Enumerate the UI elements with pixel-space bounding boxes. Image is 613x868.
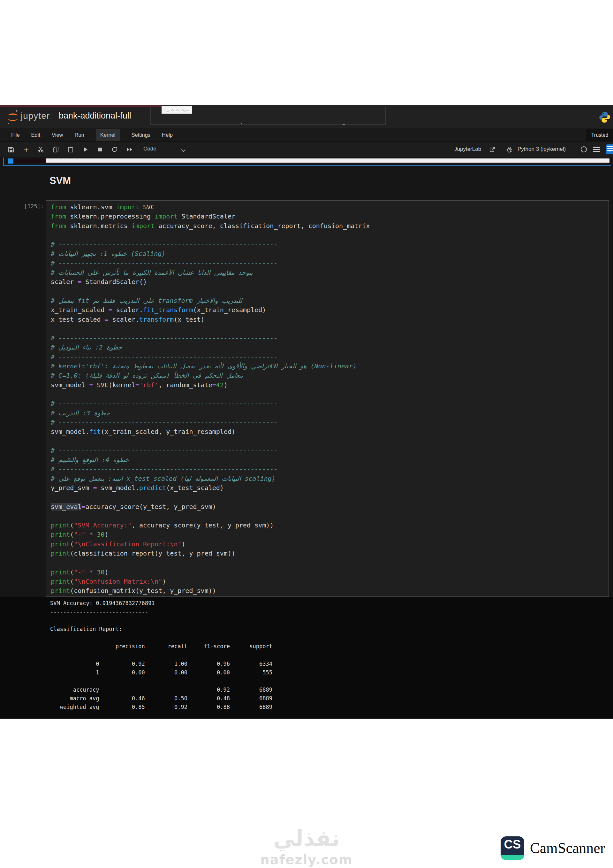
restart-run-all-icon[interactable] bbox=[126, 146, 133, 153]
execution-count-prompt: [125]: bbox=[14, 203, 44, 209]
trusted-badge[interactable]: Trusted bbox=[586, 129, 613, 141]
copy-cell-icon[interactable] bbox=[53, 146, 59, 153]
code-lines[interactable]: from sklearn.svm import SVCfrom sklearn.… bbox=[46, 201, 608, 595]
jupyterlab-link[interactable]: JupyterLab bbox=[454, 146, 481, 152]
scan-artifact-tooltip bbox=[161, 106, 192, 114]
camscanner-initials: CS bbox=[501, 838, 524, 851]
menu-hamburger-icon[interactable] bbox=[593, 147, 600, 153]
jupyter-window: jupyter bank-additional-full FileEditVie… bbox=[0, 105, 613, 719]
cell-output-area: SVM Accuracy: 0.9194367832776891 -------… bbox=[0, 597, 613, 719]
add-cell-icon[interactable]: + bbox=[23, 146, 30, 153]
jupyter-brand-text: jupyter bbox=[21, 111, 50, 121]
selected-cell-left-border bbox=[3, 158, 4, 166]
window-top-accent-line bbox=[0, 105, 161, 107]
run-cell-icon[interactable] bbox=[82, 146, 89, 153]
menu-item-help[interactable]: Help bbox=[162, 132, 173, 138]
cell-collapser[interactable] bbox=[8, 158, 13, 164]
kernel-name-label[interactable]: Python 3 (ipykernel) bbox=[517, 146, 566, 152]
menu-item-view[interactable]: View bbox=[52, 132, 63, 138]
debugger-bug-icon[interactable] bbox=[506, 146, 513, 153]
cut-cell-icon[interactable] bbox=[37, 146, 44, 153]
camscanner-logo-icon: CS bbox=[501, 836, 524, 860]
scan-speck bbox=[342, 124, 345, 125]
kernel-status-icon[interactable] bbox=[581, 146, 587, 152]
partial-cell-bottom bbox=[46, 158, 610, 163]
chevron-down-icon[interactable] bbox=[180, 147, 187, 154]
cell-type-dropdown[interactable]: Code bbox=[143, 146, 156, 152]
notebook-toolbar: + Code JupyterLab bbox=[0, 142, 613, 157]
menu-item-run[interactable]: Run bbox=[75, 132, 84, 138]
selected-cell-bottom-border bbox=[3, 165, 611, 166]
notebook-filename[interactable]: bank-additional-full bbox=[59, 111, 131, 121]
title-bar: jupyter bank-additional-full bbox=[0, 105, 613, 128]
camscanner-logo-teal-bar bbox=[501, 855, 524, 860]
classification-report-output: SVM Accuracy: 0.9194367832776891 -------… bbox=[50, 599, 272, 711]
menu-item-kernel[interactable]: Kernel bbox=[96, 129, 120, 141]
jupyter-logo-icon bbox=[7, 109, 19, 125]
code-cell[interactable]: from sklearn.svm import SVCfrom sklearn.… bbox=[46, 200, 609, 597]
python-logo-icon bbox=[599, 111, 611, 123]
menu-bar: FileEditViewRunKernelSettingsHelp Truste… bbox=[0, 128, 613, 142]
section-heading-svm: SVM bbox=[50, 175, 71, 187]
camscanner-wordmark: CamScanner bbox=[530, 840, 605, 857]
restart-kernel-icon[interactable] bbox=[111, 146, 118, 153]
partial-cell-gutter bbox=[13, 159, 46, 163]
menubar-items: FileEditViewRunKernelSettingsHelp bbox=[11, 128, 173, 142]
menu-item-file[interactable]: File bbox=[11, 132, 20, 138]
panel-toggle-icon[interactable] bbox=[606, 144, 613, 154]
save-icon[interactable] bbox=[7, 146, 14, 153]
paste-cell-icon[interactable] bbox=[67, 146, 74, 153]
menu-item-edit[interactable]: Edit bbox=[31, 132, 40, 138]
stop-kernel-icon[interactable] bbox=[96, 146, 104, 153]
external-link-icon[interactable] bbox=[489, 146, 496, 153]
scan-speck bbox=[241, 123, 242, 124]
menu-item-settings[interactable]: Settings bbox=[131, 132, 150, 138]
